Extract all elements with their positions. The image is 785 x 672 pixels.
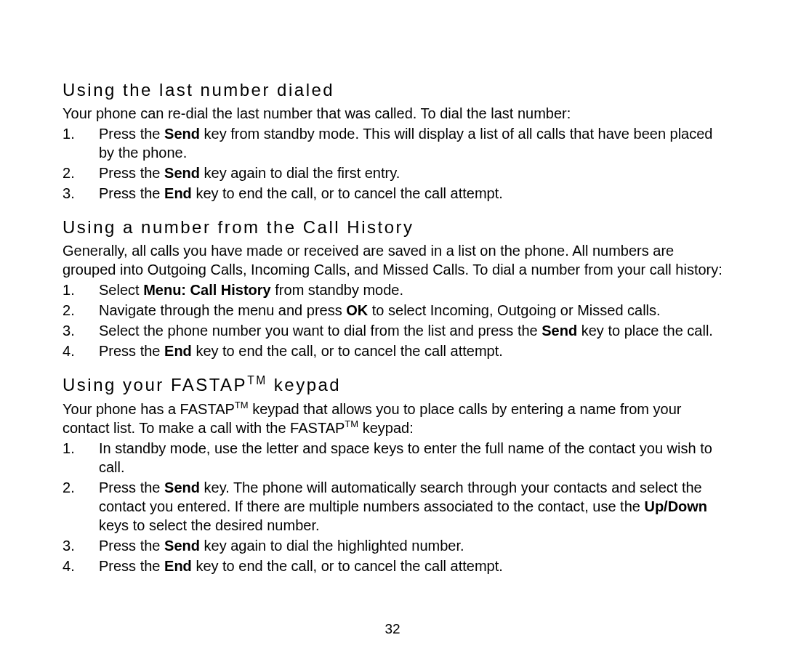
step-text: from standby mode. bbox=[271, 282, 403, 298]
trademark-sup: TM bbox=[345, 418, 358, 429]
step-text: Press the bbox=[99, 185, 164, 201]
steps-last-number: Press the Send key from standby mode. Th… bbox=[63, 124, 722, 203]
step-text: keys to select the desired number. bbox=[99, 517, 320, 533]
steps-fastap: In standby mode, use the letter and spac… bbox=[63, 439, 722, 575]
step-text: key to end the call, or to cancel the ca… bbox=[192, 343, 503, 359]
key-end: End bbox=[164, 343, 192, 359]
step-text: Press the bbox=[99, 538, 164, 554]
trademark-sup: TM bbox=[235, 400, 249, 410]
intro-text: Your phone has a FASTAP bbox=[63, 401, 235, 417]
list-item: Select the phone number you want to dial… bbox=[63, 321, 722, 340]
key-end: End bbox=[164, 558, 192, 574]
list-item: In standby mode, use the letter and spac… bbox=[63, 439, 722, 477]
list-item: Press the End key to end the call, or to… bbox=[63, 184, 722, 203]
intro-last-number: Your phone can re-dial the last number t… bbox=[63, 104, 722, 123]
list-item: Select Menu: Call History from standby m… bbox=[63, 280, 722, 299]
step-text: key to end the call, or to cancel the ca… bbox=[192, 558, 503, 574]
heading-text: keypad bbox=[267, 375, 342, 394]
key-ok: OK bbox=[346, 302, 368, 318]
intro-text: keypad: bbox=[358, 420, 414, 436]
key-send: Send bbox=[542, 323, 577, 339]
step-text: key to end the call, or to cancel the ca… bbox=[192, 185, 503, 201]
heading-text: Using your FASTAP bbox=[63, 375, 247, 394]
step-text: key again to dial the first entry. bbox=[200, 165, 400, 181]
list-item: Navigate through the menu and press OK t… bbox=[63, 301, 722, 320]
step-text: Select the phone number you want to dial… bbox=[99, 323, 542, 339]
key-send: Send bbox=[164, 479, 200, 495]
step-text: Press the bbox=[99, 558, 164, 574]
list-item: Press the End key to end the call, or to… bbox=[63, 556, 722, 575]
key-send: Send bbox=[164, 126, 200, 142]
key-send: Send bbox=[164, 538, 200, 554]
list-item: Press the Send key again to dial the fir… bbox=[63, 163, 722, 182]
step-text: Navigate through the menu and press bbox=[99, 302, 346, 318]
heading-last-number: Using the last number dialed bbox=[63, 78, 722, 101]
step-text: key to place the call. bbox=[577, 323, 713, 339]
intro-call-history: Generally, all calls you have made or re… bbox=[63, 241, 722, 279]
step-text: In standby mode, use the letter and spac… bbox=[99, 440, 712, 475]
steps-call-history: Select Menu: Call History from standby m… bbox=[63, 280, 722, 360]
step-text: to select Incoming, Outgoing or Missed c… bbox=[368, 302, 660, 318]
list-item: Press the End key to end the call, or to… bbox=[63, 341, 722, 360]
step-text: Press the bbox=[99, 165, 164, 181]
heading-fastap: Using your FASTAPTM keypad bbox=[63, 373, 722, 396]
page-number: 32 bbox=[0, 620, 785, 639]
list-item: Press the Send key again to dial the hig… bbox=[63, 536, 722, 555]
step-text: Press the bbox=[99, 479, 164, 495]
list-item: Press the Send key from standby mode. Th… bbox=[63, 124, 722, 162]
list-item: Press the Send key. The phone will autom… bbox=[63, 478, 722, 535]
key-updown: Up/Down bbox=[644, 498, 707, 514]
key-end: End bbox=[164, 185, 192, 201]
step-text: Press the bbox=[99, 126, 164, 142]
trademark-sup: TM bbox=[247, 374, 267, 386]
menu-path: Menu: Call History bbox=[143, 282, 271, 298]
intro-fastap: Your phone has a FASTAPTM keypad that al… bbox=[63, 400, 722, 437]
key-send: Send bbox=[164, 165, 200, 181]
step-text: Select bbox=[99, 282, 143, 298]
heading-call-history: Using a number from the Call History bbox=[63, 216, 722, 238]
step-text: Press the bbox=[99, 343, 164, 359]
step-text: key again to dial the highlighted number… bbox=[200, 538, 464, 554]
